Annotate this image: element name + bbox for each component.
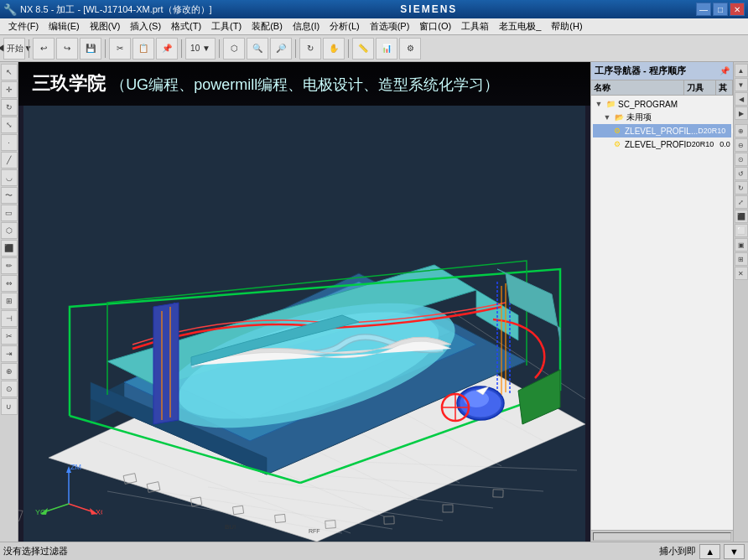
- menu-item-o[interactable]: 窗口(O): [414, 18, 456, 34]
- fit-button[interactable]: ⬡: [223, 38, 245, 60]
- canvas-area[interactable]: 三玖学院 （UG编程、powermill编程、电极设计、造型系统化学习）: [18, 62, 590, 542]
- spline-tool[interactable]: 〜: [1, 187, 18, 204]
- face-tool[interactable]: ▭: [1, 205, 18, 221]
- scale-tool[interactable]: ⤡: [1, 117, 18, 133]
- rp-title: 工序导航器 - 程序顺序: [595, 65, 686, 77]
- body-tool[interactable]: ⬛: [1, 240, 18, 257]
- status-btn-2[interactable]: ▼: [724, 544, 745, 559]
- siemens-brand: SIEMENS: [400, 3, 457, 15]
- offset-tool[interactable]: ⊕: [1, 363, 18, 380]
- tool-2: D20R10: [686, 140, 718, 148]
- copy-button[interactable]: 📋: [132, 38, 154, 60]
- viewport-3d[interactable]: 三玖学院 （UG编程、powermill编程、电极设计、造型系统化学习）: [18, 62, 590, 542]
- fr-btn-8[interactable]: ↺: [735, 167, 748, 180]
- tree-zlevel-profile-node[interactable]: ⚙ ZLEVEL_PROFIL... D20R10 0.0: [593, 124, 731, 137]
- undo-button[interactable]: ↩: [33, 38, 55, 60]
- redo-button[interactable]: ↪: [56, 38, 78, 60]
- fr-btn-5[interactable]: ⊕: [735, 124, 748, 137]
- cut-button[interactable]: ✂: [109, 38, 131, 60]
- expand-unused[interactable]: ▼: [603, 113, 611, 122]
- banner-sub: （UG编程、powermill编程、电极设计、造型系统化学习）: [111, 76, 499, 93]
- mirror-tool[interactable]: ⊣: [1, 310, 18, 327]
- expand-root[interactable]: ▼: [595, 100, 603, 108]
- analyze-button[interactable]: 📊: [376, 38, 397, 60]
- menu-item-h[interactable]: 帮助(H): [546, 18, 587, 34]
- pattern-tool[interactable]: ⊞: [1, 293, 18, 309]
- pan-button[interactable]: ✋: [323, 38, 345, 60]
- fr-btn-14[interactable]: ⊞: [735, 252, 748, 266]
- zoom-in-button[interactable]: 🔍: [247, 38, 268, 60]
- minimize-button[interactable]: —: [696, 3, 711, 16]
- dimension-tool[interactable]: ⇔: [1, 275, 18, 292]
- fr-btn-6[interactable]: ⊖: [735, 138, 748, 152]
- start-button[interactable]: ◀ 开始▼: [3, 38, 25, 60]
- trim-tool[interactable]: ✂: [1, 328, 18, 345]
- app-icon: 🔧: [3, 3, 17, 16]
- fr-btn-1[interactable]: ▲: [735, 64, 748, 77]
- menu-item-l[interactable]: 分析(L): [325, 18, 364, 34]
- fr-btn-9[interactable]: ↻: [735, 181, 748, 194]
- tool-1: D20R10: [698, 127, 730, 135]
- zoom-input[interactable]: 10 ▼: [185, 38, 216, 60]
- combine-tool[interactable]: ∪: [1, 398, 18, 415]
- menu-item-f[interactable]: 文件(F): [3, 18, 44, 34]
- arc-tool[interactable]: ◡: [1, 169, 18, 186]
- axes-svg: ZM XC YC: [35, 458, 102, 516]
- program-tree[interactable]: ▼ 📁 SC_PROGRAM ▼ 📂 未用项 ⚙ ZLEVEL_PROFIL..…: [591, 96, 733, 530]
- menu-item-[interactable]: 老五电极_: [494, 18, 546, 34]
- close-button[interactable]: ✕: [730, 3, 745, 16]
- select-tool[interactable]: ↖: [1, 64, 18, 80]
- rotate-button[interactable]: ↻: [299, 38, 321, 60]
- tree-unused-node[interactable]: ▼ 📂 未用项: [593, 111, 731, 124]
- scene-3d[interactable]: BU! RFF ZM XC: [18, 106, 590, 542]
- zoom-out-button[interactable]: 🔎: [270, 38, 292, 60]
- fr-btn-2[interactable]: ▼: [735, 78, 748, 91]
- maximize-button[interactable]: □: [713, 3, 728, 16]
- measure-button[interactable]: 📏: [352, 38, 374, 60]
- menu-item-e[interactable]: 编辑(E): [44, 18, 85, 34]
- fr-btn-3[interactable]: ◀: [735, 92, 748, 106]
- status-2: 0.0: [719, 140, 733, 148]
- menu-item-i[interactable]: 信息(I): [288, 18, 325, 34]
- menu-item-t[interactable]: 工具(T): [206, 18, 247, 34]
- menu-item-p[interactable]: 首选项(P): [365, 18, 415, 34]
- start-label: ◀ 开始▼: [0, 43, 32, 54]
- columns-header: 名称 刀具 其: [591, 80, 733, 96]
- project-tool[interactable]: ⊙: [1, 381, 18, 397]
- status-bar: 没有选择过滤器 捕小到即 ▲ ▼: [0, 542, 748, 560]
- fr-btn-7[interactable]: ⊙: [735, 153, 748, 166]
- panel-scrollbar[interactable]: [591, 530, 733, 542]
- fr-btn-15[interactable]: ✕: [735, 267, 748, 280]
- tree-root-node[interactable]: ▼ 📁 SC_PROGRAM: [593, 97, 731, 111]
- line-tool[interactable]: ╱: [1, 152, 18, 169]
- snap-label: 捕小到即: [659, 545, 696, 557]
- menu-item-v[interactable]: 视图(V): [85, 18, 126, 34]
- paste-button[interactable]: 📌: [156, 38, 178, 60]
- menu-item-[interactable]: 工具箱: [456, 18, 494, 34]
- fr-btn-11[interactable]: ⬛: [735, 210, 748, 223]
- toolbar-separator-5: [295, 39, 296, 58]
- save-button[interactable]: 💾: [80, 38, 101, 60]
- fr-btn-12[interactable]: ⬜: [735, 224, 748, 237]
- toolbar-separator-4: [219, 39, 220, 58]
- title-bar-left: 🔧 NX 8.5 - 加工 - [WL-J17104-XM.prt（修改的）]: [3, 3, 212, 16]
- edge-tool[interactable]: ⬡: [1, 222, 18, 239]
- move-tool[interactable]: ✛: [1, 81, 18, 98]
- tree-zlevel-profi2-node[interactable]: ⚙ ZLEVEL_PROFI D20R10 0.0: [593, 137, 731, 151]
- menu-item-t[interactable]: 格式(T): [166, 18, 206, 34]
- sketch-tool[interactable]: ✏: [1, 257, 18, 274]
- rp-pin-icon[interactable]: 📌: [719, 66, 730, 75]
- fr-btn-13[interactable]: ▣: [735, 238, 748, 251]
- toolbar-separator-2: [105, 39, 106, 58]
- status-btn-1[interactable]: ▲: [699, 544, 720, 559]
- menu-item-s[interactable]: 插入(S): [125, 18, 166, 34]
- menu-bar: 文件(F)编辑(E)视图(V)插入(S)格式(T)工具(T)装配(B)信息(I)…: [0, 18, 748, 35]
- banner-main: 三玖学院: [32, 73, 106, 94]
- extend-tool[interactable]: ⇥: [1, 345, 18, 362]
- menu-item-b[interactable]: 装配(B): [247, 18, 288, 34]
- settings-button[interactable]: ⚙: [399, 38, 421, 60]
- fr-btn-10[interactable]: ⤢: [735, 195, 748, 209]
- point-tool[interactable]: ·: [1, 134, 18, 151]
- fr-btn-4[interactable]: ▶: [735, 106, 748, 120]
- rotate-tool[interactable]: ↻: [1, 99, 18, 116]
